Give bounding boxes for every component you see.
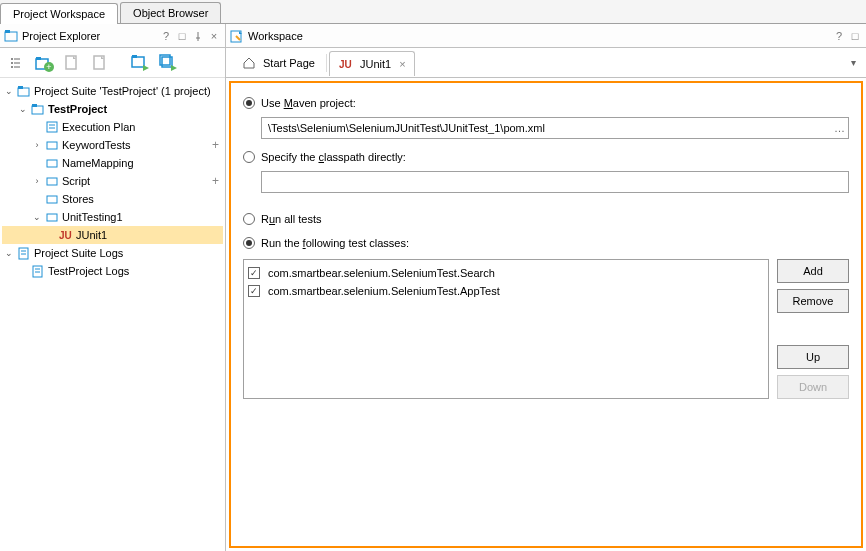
logs-icon: [16, 245, 32, 261]
expander-icon[interactable]: ⌄: [2, 86, 16, 96]
tree-label: KeywordTests: [62, 139, 130, 151]
svg-rect-0: [5, 32, 17, 41]
add-icon[interactable]: +: [212, 174, 219, 188]
add-project-icon[interactable]: +: [32, 51, 56, 75]
project-icon: [30, 101, 46, 117]
unit-testing-icon: [44, 209, 60, 225]
help-icon[interactable]: ?: [159, 29, 173, 43]
svg-rect-30: [47, 196, 57, 203]
tree-node-keyword-tests[interactable]: › KeywordTests +: [2, 136, 223, 154]
add-icon[interactable]: +: [212, 138, 219, 152]
svg-text:+: +: [46, 62, 51, 72]
checkbox-icon[interactable]: ✓: [248, 267, 260, 279]
add-button[interactable]: Add: [777, 259, 849, 283]
list-item[interactable]: ✓ com.smartbear.selenium.SeleniumTest.Se…: [248, 264, 764, 282]
pin-icon[interactable]: [191, 29, 205, 43]
menu-icon[interactable]: [4, 51, 28, 75]
tab-project-workspace[interactable]: Project Workspace: [0, 3, 118, 24]
close-tab-icon[interactable]: ×: [399, 58, 405, 70]
maximize-icon[interactable]: □: [848, 29, 862, 43]
up-button[interactable]: Up: [777, 345, 849, 369]
junit-config-form: Use Maven project: … Specify the classpa…: [229, 81, 863, 548]
svg-rect-31: [47, 214, 57, 221]
tab-separator: [326, 54, 327, 72]
svg-text:JU: JU: [339, 59, 352, 70]
expander-icon[interactable]: ⌄: [2, 248, 16, 258]
tree-node-suite-logs[interactable]: ⌄ Project Suite Logs: [2, 244, 223, 262]
radio-use-maven[interactable]: Use Maven project:: [243, 93, 849, 113]
workspace-icon: [230, 29, 244, 43]
svg-rect-15: [132, 55, 137, 58]
test-classes-list[interactable]: ✓ com.smartbear.selenium.SeleniumTest.Se…: [243, 259, 769, 399]
maven-path-input[interactable]: [261, 117, 849, 139]
test-class-name: com.smartbear.selenium.SeleniumTest.Sear…: [268, 267, 495, 279]
tree-label: NameMapping: [62, 157, 134, 169]
run-project-icon[interactable]: [128, 51, 152, 75]
logs-icon: [30, 263, 46, 279]
list-item[interactable]: ✓ com.smartbear.selenium.SeleniumTest.Ap…: [248, 282, 764, 300]
maximize-icon[interactable]: □: [175, 29, 189, 43]
tree-node-stores[interactable]: Stores: [2, 190, 223, 208]
tree-node-project[interactable]: ⌄ TestProject: [2, 100, 223, 118]
workspace-title: Workspace: [248, 30, 830, 42]
project-explorer-title: Project Explorer: [22, 30, 157, 42]
svg-rect-29: [47, 178, 57, 185]
keyword-tests-icon: [44, 137, 60, 153]
tree-label: TestProject: [48, 103, 107, 115]
tree-node-project-logs[interactable]: TestProject Logs: [2, 262, 223, 280]
tree-label: Project Suite Logs: [34, 247, 123, 259]
svg-point-2: [11, 58, 13, 60]
explorer-toolbar: +: [0, 48, 225, 78]
expander-icon[interactable]: ⌄: [30, 212, 44, 222]
svg-point-4: [11, 66, 13, 68]
down-button[interactable]: Down: [777, 375, 849, 399]
tree-node-junit1[interactable]: JU JUnit1: [2, 226, 223, 244]
tab-overflow-icon[interactable]: ▾: [847, 53, 860, 72]
junit-icon: JU: [58, 227, 74, 243]
doc-icon-1[interactable]: [60, 51, 84, 75]
tree-label: UnitTesting1: [62, 211, 123, 223]
remove-button[interactable]: Remove: [777, 289, 849, 313]
project-explorer-header: Project Explorer ? □ ×: [0, 24, 225, 48]
tab-object-browser[interactable]: Object Browser: [120, 2, 221, 23]
expander-icon[interactable]: ›: [30, 140, 44, 150]
run-suite-icon[interactable]: [156, 51, 180, 75]
project-tree: ⌄ Project Suite 'TestProject' (1 project…: [0, 78, 225, 551]
execution-plan-icon: [44, 119, 60, 135]
home-icon: [241, 55, 257, 71]
tree-node-execution-plan[interactable]: Execution Plan: [2, 118, 223, 136]
tab-label: JUnit1: [360, 58, 391, 70]
expander-icon[interactable]: ⌄: [16, 104, 30, 114]
radio-icon[interactable]: [243, 151, 255, 163]
classpath-input[interactable]: [261, 171, 849, 193]
expander-icon[interactable]: ›: [30, 176, 44, 186]
svg-rect-28: [47, 160, 57, 167]
radio-specify-classpath[interactable]: Specify the classpath directly:: [243, 147, 849, 167]
workspace-tab-strip: Start Page JU JUnit1 × ▾: [226, 48, 866, 78]
tree-node-script[interactable]: › Script +: [2, 172, 223, 190]
tab-start-page[interactable]: Start Page: [232, 50, 324, 75]
tree-label: JUnit1: [76, 229, 107, 241]
tree-node-name-mapping[interactable]: NameMapping: [2, 154, 223, 172]
list-buttons: Add Remove Up Down: [777, 259, 849, 399]
radio-icon[interactable]: [243, 97, 255, 109]
radio-run-following[interactable]: Run the following test classes:: [243, 233, 849, 253]
svg-rect-22: [32, 106, 43, 114]
tab-junit1[interactable]: JU JUnit1 ×: [329, 51, 415, 76]
help-icon[interactable]: ?: [832, 29, 846, 43]
workspace-header: Workspace ? □: [226, 24, 866, 48]
tab-label: Start Page: [263, 57, 315, 69]
radio-icon[interactable]: [243, 237, 255, 249]
svg-point-3: [11, 62, 13, 64]
radio-run-all[interactable]: Run all tests: [243, 209, 849, 229]
tree-node-suite[interactable]: ⌄ Project Suite 'TestProject' (1 project…: [2, 82, 223, 100]
svg-rect-20: [18, 88, 29, 96]
tree-node-unit-testing[interactable]: ⌄ UnitTesting1: [2, 208, 223, 226]
radio-icon[interactable]: [243, 213, 255, 225]
script-icon: [44, 173, 60, 189]
checkbox-icon[interactable]: ✓: [248, 285, 260, 297]
browse-icon[interactable]: …: [834, 117, 845, 139]
close-icon[interactable]: ×: [207, 29, 221, 43]
top-tab-strip: Project Workspace Object Browser: [0, 0, 866, 24]
doc-icon-2[interactable]: [88, 51, 112, 75]
